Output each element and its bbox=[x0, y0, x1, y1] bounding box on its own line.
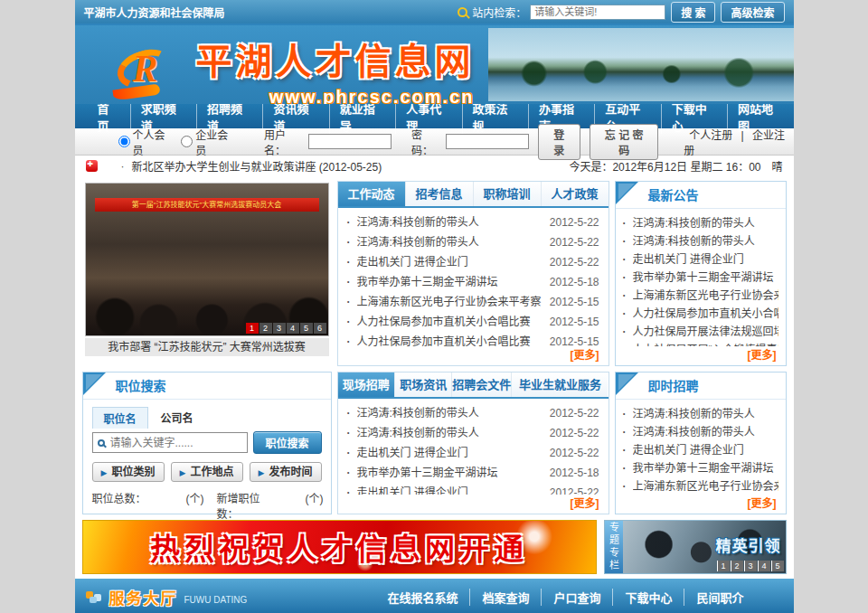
recruit-item[interactable]: ·走出机关门 进得企业门2012-5-22 bbox=[347, 483, 599, 495]
forgot-password-button[interactable]: 忘 记 密 码 bbox=[590, 124, 658, 160]
tab-company-name[interactable]: 公司名 bbox=[150, 407, 204, 429]
tab-work-news[interactable]: 工作动态 bbox=[338, 182, 406, 206]
header-city-photo bbox=[488, 28, 794, 101]
slideshow-pager: 1 2 3 4 5 6 bbox=[246, 323, 326, 334]
instant-item[interactable]: ·汪鸿涛:科技创新的带头人 bbox=[623, 405, 778, 423]
instant-more-link[interactable]: [更多] bbox=[616, 495, 786, 514]
pager-3[interactable]: 3 bbox=[273, 323, 286, 334]
recruit-item[interactable]: ·汪鸿涛:科技创新的带头人2012-5-22 bbox=[347, 403, 599, 423]
notice-item[interactable]: ·人力社保局开展法律法规巡回培训 bbox=[623, 323, 778, 341]
tab-workplace-news[interactable]: 职场资讯 bbox=[395, 373, 452, 397]
stat-value: (个) bbox=[280, 490, 324, 521]
username-label: 用户名： bbox=[264, 127, 305, 157]
site-search-button[interactable]: 搜 索 bbox=[671, 2, 715, 23]
topic-pager-3[interactable]: 3 bbox=[744, 561, 757, 571]
recruit-item[interactable]: ·汪鸿涛:科技创新的带头人2012-5-22 bbox=[347, 423, 599, 443]
notice-item[interactable]: ·汪鸿涛:科技创新的带头人 bbox=[623, 232, 778, 250]
recruit-column: 现场招聘 职场资讯 招聘会文件 毕业生就业服务 ·汪鸿涛:科技创新的带头人201… bbox=[337, 372, 609, 514]
link-household-query[interactable]: 户口查询 bbox=[541, 589, 612, 606]
celebration-banner-text: 热烈祝贺人才信息网开通 bbox=[150, 525, 528, 569]
news-ticker: · 新北区举办大学生创业与就业政策讲座 (2012-05-25) 今天是：201… bbox=[75, 156, 794, 176]
tab-exam-info[interactable]: 招考信息 bbox=[406, 182, 474, 206]
topic-pager: 1 2 3 4 5 bbox=[717, 561, 784, 571]
tab-onsite-recruit[interactable]: 现场招聘 bbox=[338, 373, 395, 397]
ticker-bullet: · bbox=[121, 160, 125, 173]
personal-member-radio[interactable]: 个人会员 bbox=[118, 127, 173, 157]
slideshow-photo[interactable]: 第一届“江苏技能状元”大赛常州选拔赛动员大会 1 2 3 4 5 6 bbox=[85, 183, 329, 336]
tab-graduate-service[interactable]: 毕业生就业服务 bbox=[512, 373, 608, 397]
topic-pager-2[interactable]: 2 bbox=[731, 561, 743, 571]
news-item[interactable]: ·上海浦东新区光电子行业协会来平考察2012-5-15 bbox=[347, 292, 599, 312]
personal-register-link[interactable]: 个人注册 bbox=[684, 129, 738, 142]
news-item[interactable]: ·人力社保局参加市直机关小合唱比赛2012-5-15 bbox=[347, 332, 599, 346]
password-input[interactable] bbox=[446, 134, 529, 149]
notice-item[interactable]: ·汪鸿涛:科技创新的带头人 bbox=[623, 214, 778, 232]
notice-item[interactable]: ·走出机关门 进得企业门 bbox=[623, 250, 778, 269]
ticker-link[interactable]: 新北区举办大学生创业与就业政策讲座 (2012-05-25) bbox=[132, 158, 382, 174]
news-more-link[interactable]: [更多] bbox=[338, 346, 609, 365]
instant-list: ·汪鸿涛:科技创新的带头人 ·汪鸿涛:科技创新的带头人 ·走出机关门 进得企业门… bbox=[616, 400, 786, 495]
topic-pager-5[interactable]: 5 bbox=[771, 561, 784, 571]
notice-item[interactable]: ·人力社保局参加市直机关小合唱比赛 bbox=[623, 305, 778, 323]
recruit-item[interactable]: ·我市举办第十三期金平湖讲坛2012-5-18 bbox=[347, 463, 599, 483]
notice-more-link[interactable]: [更多] bbox=[616, 346, 786, 365]
filter-work-location[interactable]: ▶工作地点 bbox=[171, 462, 243, 482]
site-search-label: 站内检索： bbox=[472, 5, 526, 20]
corner-triangle-icon bbox=[616, 182, 638, 204]
tab-talent-policy[interactable]: 人才政策 bbox=[542, 182, 609, 206]
recruit-more-link[interactable]: [更多] bbox=[338, 495, 609, 514]
topic-pager-4[interactable]: 4 bbox=[758, 561, 770, 571]
instant-item[interactable]: ·我市举办第十三期金平湖讲坛 bbox=[623, 459, 778, 477]
news-item[interactable]: ·汪鸿涛:科技创新的带头人2012-5-22 bbox=[347, 232, 599, 252]
topic-banner[interactable]: 专题专栏 精英引领 1 2 3 4 5 bbox=[604, 520, 787, 574]
top-bar: 平湖市人力资源和社会保障局 站内检索： 搜 索 高级检索 bbox=[75, 0, 794, 25]
instant-item[interactable]: ·走出机关门 进得企业门 bbox=[623, 441, 778, 459]
service-hall-title: 服务大厅 bbox=[109, 586, 178, 608]
slideshow-caption[interactable]: 我市部署 “江苏技能状元” 大赛常州选拔赛 bbox=[85, 338, 329, 356]
site-search-input[interactable] bbox=[530, 5, 665, 20]
advanced-search-button[interactable]: 高级检索 bbox=[721, 2, 784, 23]
personal-member-radio-input[interactable] bbox=[118, 136, 130, 147]
recruit-item[interactable]: ·走出机关门 进得企业门2012-5-22 bbox=[347, 443, 599, 463]
company-member-radio-input[interactable] bbox=[181, 136, 193, 147]
link-archive-query[interactable]: 档案查询 bbox=[469, 589, 541, 606]
keyword-field-wrapper bbox=[92, 432, 248, 453]
tab-title-training[interactable]: 职称培训 bbox=[474, 182, 542, 206]
topic-pager-1[interactable]: 1 bbox=[717, 561, 730, 571]
tab-position-name[interactable]: 职位名 bbox=[92, 407, 148, 429]
pager-6[interactable]: 6 bbox=[314, 323, 326, 334]
nav-item-guidance[interactable]: 就业指导 bbox=[329, 99, 395, 134]
company-member-radio[interactable]: 企业会员 bbox=[181, 127, 235, 157]
news-item[interactable]: ·我市举办第十三期金平湖讲坛2012-5-18 bbox=[347, 272, 599, 292]
news-item[interactable]: ·走出机关门 进得企业门2012-5-22 bbox=[347, 252, 599, 272]
news-item[interactable]: ·汪鸿涛:科技创新的带头人2012-5-22 bbox=[347, 212, 599, 232]
login-button[interactable]: 登 录 bbox=[538, 124, 581, 160]
job-filters: ▶职位类别 ▶工作地点 ▶发布时间 bbox=[92, 462, 322, 482]
nav-item-policy[interactable]: 政策法规 bbox=[462, 99, 528, 134]
keyword-input[interactable] bbox=[110, 437, 242, 449]
topic-vertical-label: 专题专栏 bbox=[605, 521, 623, 573]
link-private-agency[interactable]: 民间职介 bbox=[684, 589, 755, 606]
link-download-center[interactable]: 下载中心 bbox=[612, 589, 684, 606]
pager-5[interactable]: 5 bbox=[300, 323, 313, 334]
job-search-button[interactable]: 职位搜索 bbox=[253, 431, 322, 454]
pager-1[interactable]: 1 bbox=[246, 323, 259, 334]
photo-banner-text: 第一届“江苏技能状元”大赛常州选拔赛动员大会 bbox=[95, 198, 319, 212]
personal-member-label: 个人会员 bbox=[133, 127, 173, 157]
instant-item[interactable]: ·上海浦东新区光电子行业协会来平考 bbox=[623, 477, 778, 495]
news-item[interactable]: ·人力社保局参加市直机关小合唱比赛2012-5-15 bbox=[347, 312, 599, 332]
pager-2[interactable]: 2 bbox=[259, 323, 272, 334]
service-hall-icon bbox=[86, 589, 102, 604]
site-url: www.phrcsc.com.cn bbox=[196, 87, 475, 104]
link-online-registration[interactable]: 在线报名系统 bbox=[375, 589, 469, 606]
filter-job-category[interactable]: ▶职位类别 bbox=[92, 462, 165, 482]
filter-publish-time[interactable]: ▶发布时间 bbox=[250, 462, 322, 482]
corner-triangle-icon bbox=[616, 373, 638, 395]
tab-jobfair-files[interactable]: 招聘会文件 bbox=[452, 373, 512, 397]
pager-4[interactable]: 4 bbox=[287, 323, 299, 334]
celebration-banner[interactable]: 热烈祝贺人才信息网开通 bbox=[82, 520, 597, 574]
instant-item[interactable]: ·汪鸿涛:科技创新的带头人 bbox=[623, 423, 778, 441]
notice-item[interactable]: ·我市举办第十三期金平湖讲坛 bbox=[623, 269, 778, 287]
notice-item[interactable]: ·上海浦东新区光电子行业协会来平考 bbox=[623, 287, 778, 305]
username-input[interactable] bbox=[308, 134, 392, 149]
